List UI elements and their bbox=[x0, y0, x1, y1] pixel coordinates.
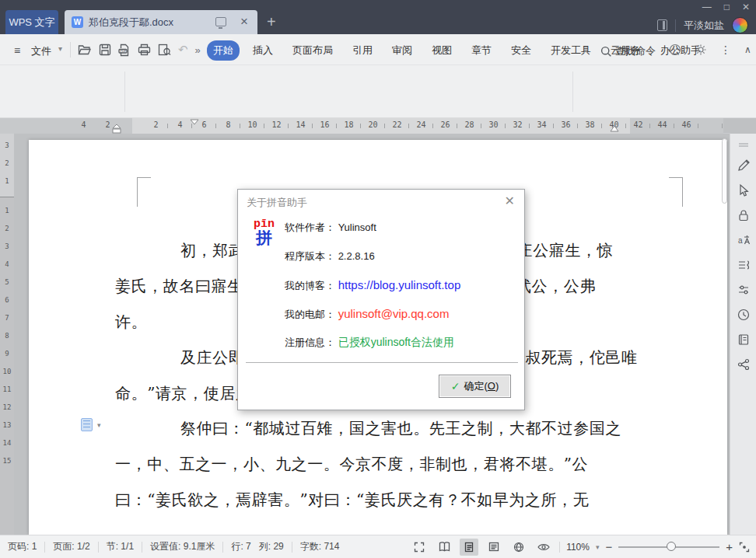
print-icon[interactable] bbox=[138, 44, 151, 56]
search-icon bbox=[600, 46, 612, 58]
translate-icon[interactable]: a bbox=[737, 233, 751, 247]
minimize-button[interactable]: — bbox=[702, 2, 712, 12]
book-view-icon bbox=[439, 542, 450, 552]
user-name[interactable]: 平淡如盐 bbox=[684, 19, 724, 33]
dialog-row-version: 程序版本： 2.2.8.16 bbox=[285, 249, 375, 263]
monitor-icon[interactable] bbox=[215, 17, 226, 26]
outline-icon[interactable] bbox=[737, 258, 751, 272]
zoom-in-button[interactable]: + bbox=[726, 540, 733, 553]
right-sidebar: a bbox=[730, 134, 756, 535]
vruler-top-numbers: 321 bbox=[0, 137, 14, 190]
pinyin-logo-bottom: 拼 bbox=[254, 230, 275, 246]
new-tab-button[interactable]: + bbox=[267, 14, 276, 30]
document-line[interactable]: 一，中、五之一，小、九之一。今京不度，非制也，君将不堪。”公 bbox=[115, 454, 588, 474]
svg-text:a: a bbox=[738, 236, 743, 245]
select-cursor-icon[interactable] bbox=[737, 183, 751, 197]
file-caret-icon[interactable]: ▾ bbox=[58, 44, 62, 53]
tab-page-layout[interactable]: 页面布局 bbox=[286, 40, 339, 61]
blog-link[interactable]: https://blog.yulinsoft.top bbox=[338, 278, 461, 291]
outline-view-icon bbox=[488, 542, 499, 552]
zoom-slider[interactable] bbox=[618, 546, 719, 548]
feedback-icon[interactable] bbox=[669, 44, 681, 56]
horizontal-ruler[interactable]: 42 2468101214161820222426283032343638404… bbox=[16, 118, 723, 134]
notebook-icon[interactable] bbox=[737, 333, 751, 347]
sidebar-toggle-icon[interactable] bbox=[657, 19, 667, 31]
column-indicator: 列: 29 bbox=[259, 540, 292, 553]
avatar[interactable] bbox=[732, 17, 748, 33]
tab-view[interactable]: 视图 bbox=[425, 40, 458, 61]
collapse-ribbon-icon[interactable]: ∧ bbox=[744, 44, 751, 55]
document-line[interactable]: 祭仲曰：“都城过百雉，国之害也。先王之制，大都不过参国之 bbox=[180, 418, 621, 438]
page-number[interactable]: 页码: 1 bbox=[0, 540, 44, 553]
settings-sliders-icon[interactable] bbox=[737, 283, 751, 297]
zoom-level[interactable]: 110% bbox=[566, 542, 590, 553]
maximize-button[interactable]: □ bbox=[724, 2, 730, 12]
vertical-scrollbar[interactable] bbox=[722, 134, 727, 535]
ruler-corner bbox=[0, 118, 16, 134]
document-tab[interactable]: W 郑伯克段于鄢.docx × bbox=[65, 10, 257, 34]
scrollbar-thumb[interactable] bbox=[722, 138, 727, 204]
web-view-button[interactable] bbox=[509, 539, 528, 556]
tab-review[interactable]: 审阅 bbox=[386, 40, 418, 61]
word-count[interactable]: 字数: 714 bbox=[292, 540, 348, 553]
hamburger-icon[interactable]: ≡ bbox=[14, 44, 20, 57]
lock-icon[interactable] bbox=[737, 208, 751, 222]
book-view-button[interactable] bbox=[435, 539, 453, 556]
globe-icon bbox=[513, 542, 524, 553]
left-indent-marker[interactable] bbox=[112, 124, 121, 134]
dialog-row-author: 软件作者： Yulinsoft bbox=[285, 221, 376, 235]
email-value[interactable]: yulinsoft@vip.qq.com bbox=[338, 307, 450, 320]
page-count[interactable]: 页面: 1/2 bbox=[45, 540, 97, 553]
history-clock-icon[interactable] bbox=[737, 308, 751, 322]
fullscreen-view-button[interactable] bbox=[410, 539, 429, 556]
open-icon[interactable] bbox=[78, 44, 92, 56]
dialog-close-icon[interactable]: ✕ bbox=[505, 194, 515, 208]
gear-icon[interactable] bbox=[695, 44, 707, 56]
setting-value[interactable]: 设置值: 9.1厘米 bbox=[142, 540, 222, 553]
tab-insert[interactable]: 插入 bbox=[247, 40, 279, 61]
tab-references[interactable]: 引用 bbox=[346, 40, 379, 61]
close-button[interactable]: ✕ bbox=[742, 2, 750, 12]
vruler-bottom-numbers: 123456789101112131415 bbox=[0, 202, 14, 470]
tab-developer[interactable]: 开发工具 bbox=[544, 40, 597, 61]
print-preview-icon[interactable] bbox=[158, 44, 171, 56]
page-view-button[interactable] bbox=[460, 539, 478, 556]
zoom-slider-thumb[interactable] bbox=[667, 542, 676, 551]
section-indicator[interactable]: 节: 1/1 bbox=[99, 540, 142, 553]
pen-icon[interactable] bbox=[737, 159, 751, 173]
first-line-indent-marker[interactable] bbox=[190, 119, 199, 125]
paste-options-caret[interactable]: ▾ bbox=[97, 421, 101, 429]
line-indicator: 行: 7 bbox=[223, 540, 258, 553]
file-menu[interactable]: 文件 bbox=[31, 44, 51, 58]
tab-security[interactable]: 安全 bbox=[505, 40, 537, 61]
dialog-separator bbox=[246, 362, 518, 363]
zoom-out-button[interactable]: − bbox=[605, 540, 612, 553]
divider bbox=[675, 19, 676, 32]
ok-button[interactable]: ✓ 确定(O) bbox=[439, 375, 511, 398]
wps-doc-icon: W bbox=[72, 16, 83, 28]
paste-options-button[interactable]: ▾ bbox=[81, 418, 101, 431]
wps-home-tab[interactable]: WPS 文字 bbox=[5, 10, 58, 34]
eye-protect-button[interactable] bbox=[534, 539, 553, 556]
drag-handle-icon[interactable] bbox=[737, 138, 751, 152]
right-indent-marker[interactable] bbox=[610, 125, 619, 133]
find-command[interactable]: 查找命令 bbox=[600, 44, 656, 58]
vertical-ruler[interactable]: 321 123456789101112131415 bbox=[0, 134, 14, 535]
license-label: 注册信息： bbox=[285, 337, 335, 348]
share-icon[interactable] bbox=[737, 357, 751, 371]
tab-home[interactable]: 开始 bbox=[207, 40, 240, 61]
fit-page-icon[interactable] bbox=[739, 542, 750, 553]
undo-icon[interactable]: ↶ bbox=[178, 43, 188, 57]
document-line[interactable]: 许。 bbox=[115, 312, 147, 332]
outline-view-button[interactable] bbox=[485, 539, 503, 556]
export-pdf-icon[interactable]: PDF bbox=[118, 44, 131, 57]
tab-close-icon[interactable]: × bbox=[240, 13, 248, 30]
more-menu-icon[interactable]: ⋮ bbox=[720, 44, 731, 56]
tab-section[interactable]: 章节 bbox=[465, 40, 498, 61]
zoom-caret[interactable]: ▾ bbox=[596, 543, 600, 551]
document-line[interactable]: 曰：“姜氏欲之，焉辟害。”对曰：“姜氏厌之有？不如早为之所，无 bbox=[115, 490, 589, 510]
pinyin-logo: pīn 拼 bbox=[254, 219, 275, 246]
more-commands-icon[interactable]: » bbox=[195, 44, 199, 56]
save-icon[interactable] bbox=[99, 44, 111, 56]
check-icon: ✓ bbox=[451, 380, 460, 392]
